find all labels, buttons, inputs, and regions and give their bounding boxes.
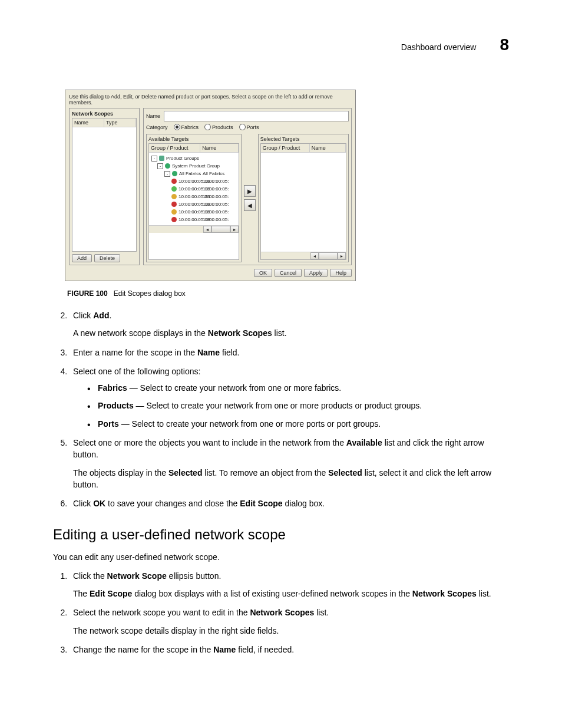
network-scopes-panel: Network Scopes Name Type Add Delete <box>69 108 140 265</box>
figure-caption: FIGURE 100 Edit Scopes dialog box <box>67 289 509 298</box>
steps-list-2: Click the Network Scope ellipsis button.… <box>59 570 509 655</box>
folder-icon <box>159 156 164 161</box>
scroll-right-icon[interactable]: ▸ <box>230 226 239 233</box>
col-group: Group / Product <box>149 144 200 152</box>
network-scopes-title: Network Scopes <box>72 111 137 117</box>
step-2: Click Add. A new network scope displays … <box>70 309 509 340</box>
col-name: Name <box>310 144 346 152</box>
available-title: Available Targets <box>148 136 239 142</box>
scrollbar[interactable]: ◂ ▸ <box>149 225 239 233</box>
scrollbar[interactable]: ◂ ▸ <box>261 252 346 259</box>
col-name: Name <box>200 144 238 152</box>
scroll-thumb[interactable] <box>211 226 230 233</box>
scroll-right-icon[interactable]: ▸ <box>338 252 346 259</box>
status-icon <box>171 186 177 192</box>
status-icon <box>171 202 177 207</box>
bullet-fabrics: Fabrics — Select to create your network … <box>87 382 509 394</box>
help-button[interactable]: Help <box>330 269 352 277</box>
name-input[interactable] <box>164 111 349 121</box>
section-title: Dashboard overview <box>401 42 477 52</box>
category-label: Category <box>146 124 168 130</box>
scroll-left-icon[interactable]: ◂ <box>203 226 211 233</box>
col-group: Group / Product <box>261 144 310 152</box>
status-icon <box>171 209 177 215</box>
network-scopes-table[interactable]: Name Type <box>72 118 137 252</box>
radio-icon <box>239 124 246 130</box>
step-2: Select the network scope you want to edi… <box>70 607 509 637</box>
edit-scopes-dialog: Use this dialog to Add, Edit, or Delete … <box>65 90 356 281</box>
col-type: Type <box>104 118 136 127</box>
radio-fabrics[interactable]: Fabrics <box>174 124 199 130</box>
step-5: Select one or more the objects you want … <box>70 437 509 490</box>
dialog-intro: Use this dialog to Add, Edit, or Delete … <box>69 94 352 106</box>
expand-icon[interactable]: - <box>157 163 163 169</box>
step-6: Click OK to save your changes and close … <box>70 498 509 509</box>
bullet-ports: Ports — Select to create your network fr… <box>87 418 509 430</box>
page-header: Dashboard overview 8 <box>53 35 509 54</box>
step-4: Select one of the following options: Fab… <box>70 365 509 430</box>
radio-products[interactable]: Products <box>204 124 233 130</box>
scope-details-panel: Name Category Fabrics Products Ports Ava… <box>143 108 352 265</box>
step-3: Enter a name for the scope in the Name f… <box>70 347 509 358</box>
expand-icon[interactable]: - <box>151 156 157 162</box>
radio-icon <box>204 124 211 130</box>
figure-label: FIGURE 100 <box>67 289 108 298</box>
delete-button[interactable]: Delete <box>94 254 120 262</box>
move-right-button[interactable]: ▶ <box>244 185 256 197</box>
section-intro: You can edit any user-defined network sc… <box>53 551 509 563</box>
add-button[interactable]: Add <box>72 254 92 262</box>
status-icon <box>171 194 177 199</box>
figure-text: Edit Scopes dialog box <box>114 289 186 298</box>
section-heading: Editing a user-defined network scope <box>53 526 509 543</box>
chapter-number: 8 <box>500 35 509 54</box>
tree: -Product Groups -System Product Group -A… <box>149 153 239 225</box>
scroll-left-icon[interactable]: ◂ <box>310 252 319 259</box>
selected-grid[interactable]: Group / Product Name ◂ ▸ <box>260 143 346 260</box>
radio-ports[interactable]: Ports <box>239 124 259 130</box>
selected-title: Selected Targets <box>260 136 346 142</box>
cancel-button[interactable]: Cancel <box>275 269 302 277</box>
globe-icon <box>165 163 170 169</box>
col-name: Name <box>72 118 104 127</box>
radio-icon <box>174 124 180 130</box>
scroll-thumb[interactable] <box>319 252 338 259</box>
selected-targets-panel: Selected Targets Group / Product Name ◂ … <box>258 134 349 262</box>
step-3: Change the name for the scope in the Nam… <box>70 644 509 655</box>
name-label: Name <box>146 113 160 119</box>
globe-icon <box>172 171 177 176</box>
available-grid[interactable]: Group / Product Name -Product Groups -Sy… <box>148 143 239 260</box>
ok-button[interactable]: OK <box>254 269 272 277</box>
move-left-button[interactable]: ◀ <box>244 199 256 211</box>
step-1: Click the Network Scope ellipsis button.… <box>70 570 509 600</box>
status-icon <box>171 217 177 222</box>
expand-icon[interactable]: - <box>164 171 170 177</box>
apply-button[interactable]: Apply <box>304 269 328 277</box>
status-icon <box>171 179 177 184</box>
bullet-products: Products — Select to create your network… <box>87 400 509 411</box>
available-targets-panel: Available Targets Group / Product Name -… <box>146 134 242 262</box>
steps-list-1: Click Add. A new network scope displays … <box>59 309 509 510</box>
